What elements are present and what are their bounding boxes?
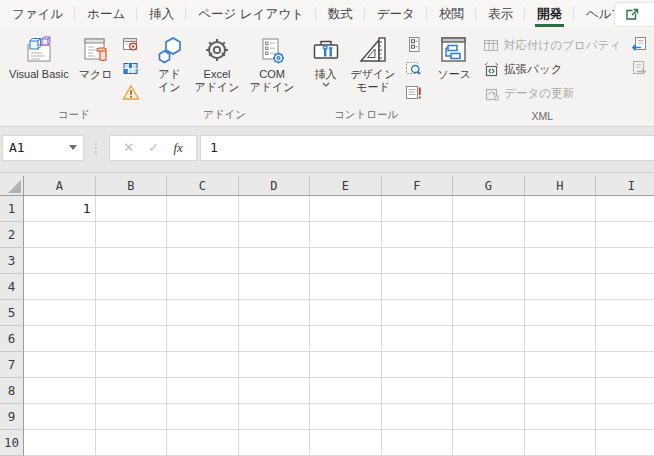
- column-header-B[interactable]: B: [96, 176, 168, 195]
- cell-F5[interactable]: [382, 300, 454, 326]
- cell-D5[interactable]: [239, 300, 311, 326]
- cell-A3[interactable]: [24, 248, 96, 274]
- cell-B6[interactable]: [96, 326, 168, 352]
- cell-C8[interactable]: [167, 378, 239, 404]
- macros-button[interactable]: マクロ: [74, 31, 118, 83]
- insert-controls-button[interactable]: 挿入: [306, 31, 346, 89]
- use-relative-references-button[interactable]: [121, 58, 141, 78]
- cell-B10[interactable]: [96, 430, 168, 456]
- cell-D6[interactable]: [239, 326, 311, 352]
- row-header-9[interactable]: 9: [0, 404, 24, 430]
- cell-H5[interactable]: [525, 300, 597, 326]
- cell-F8[interactable]: [382, 378, 454, 404]
- cell-I10[interactable]: [596, 430, 654, 456]
- cell-D2[interactable]: [239, 222, 311, 248]
- cell-E9[interactable]: [310, 404, 382, 430]
- cell-E1[interactable]: [310, 196, 382, 222]
- cell-H10[interactable]: [525, 430, 597, 456]
- column-header-F[interactable]: F: [382, 176, 454, 195]
- cell-C9[interactable]: [167, 404, 239, 430]
- cell-C5[interactable]: [167, 300, 239, 326]
- cell-E3[interactable]: [310, 248, 382, 274]
- cell-H2[interactable]: [525, 222, 597, 248]
- cell-F9[interactable]: [382, 404, 454, 430]
- row-header-6[interactable]: 6: [0, 326, 24, 352]
- design-mode-button[interactable]: デザイン モード: [346, 31, 401, 96]
- cell-C7[interactable]: [167, 352, 239, 378]
- column-header-H[interactable]: H: [525, 176, 597, 195]
- tab-data[interactable]: データ: [365, 0, 427, 28]
- cell-B1[interactable]: [96, 196, 168, 222]
- column-header-D[interactable]: D: [239, 176, 311, 195]
- tab-review[interactable]: 校閲: [427, 0, 476, 28]
- com-addins-button[interactable]: COM アドイン: [245, 31, 300, 96]
- cell-E2[interactable]: [310, 222, 382, 248]
- view-code-button[interactable]: [404, 58, 424, 78]
- cell-I6[interactable]: [596, 326, 654, 352]
- cell-E8[interactable]: [310, 378, 382, 404]
- column-header-C[interactable]: C: [167, 176, 239, 195]
- cell-G10[interactable]: [453, 430, 525, 456]
- row-header-3[interactable]: 3: [0, 248, 24, 274]
- cell-B9[interactable]: [96, 404, 168, 430]
- cell-H3[interactable]: [525, 248, 597, 274]
- xml-export-button[interactable]: [629, 58, 649, 78]
- cell-B4[interactable]: [96, 274, 168, 300]
- cell-E4[interactable]: [310, 274, 382, 300]
- cell-B3[interactable]: [96, 248, 168, 274]
- refresh-data-button[interactable]: データの更新: [480, 83, 624, 104]
- row-header-2[interactable]: 2: [0, 222, 24, 248]
- row-header-1[interactable]: 1: [0, 196, 24, 222]
- tab-page-layout[interactable]: ページ レイアウト: [186, 0, 316, 28]
- expansion-packs-button[interactable]: 拡張パック: [480, 59, 624, 80]
- name-box[interactable]: A1: [2, 135, 84, 161]
- cell-I7[interactable]: [596, 352, 654, 378]
- cell-D3[interactable]: [239, 248, 311, 274]
- cell-A8[interactable]: [24, 378, 96, 404]
- cell-G5[interactable]: [453, 300, 525, 326]
- cell-A6[interactable]: [24, 326, 96, 352]
- cell-E10[interactable]: [310, 430, 382, 456]
- cancel-icon[interactable]: ✕: [123, 140, 134, 155]
- cell-A5[interactable]: [24, 300, 96, 326]
- share-button[interactable]: [614, 2, 654, 27]
- cell-F3[interactable]: [382, 248, 454, 274]
- column-header-G[interactable]: G: [453, 176, 525, 195]
- tab-file[interactable]: ファイル: [0, 0, 75, 28]
- column-header-E[interactable]: E: [310, 176, 382, 195]
- tab-formulas[interactable]: 数式: [316, 0, 365, 28]
- enter-icon[interactable]: ✓: [148, 140, 159, 155]
- cell-B7[interactable]: [96, 352, 168, 378]
- map-properties-button[interactable]: 対応付けのプロパティ: [480, 35, 624, 56]
- row-header-5[interactable]: 5: [0, 300, 24, 326]
- cell-H1[interactable]: [525, 196, 597, 222]
- tab-insert[interactable]: 挿入: [137, 0, 186, 28]
- cell-D1[interactable]: [239, 196, 311, 222]
- excel-addins-button[interactable]: Excel アドイン: [190, 31, 245, 96]
- select-all-corner[interactable]: [0, 176, 24, 195]
- cell-D7[interactable]: [239, 352, 311, 378]
- cell-H8[interactable]: [525, 378, 597, 404]
- cell-A4[interactable]: [24, 274, 96, 300]
- cell-I3[interactable]: [596, 248, 654, 274]
- cell-C4[interactable]: [167, 274, 239, 300]
- cell-D8[interactable]: [239, 378, 311, 404]
- cell-C3[interactable]: [167, 248, 239, 274]
- xml-import-button[interactable]: [629, 34, 649, 54]
- cell-G6[interactable]: [453, 326, 525, 352]
- cell-F10[interactable]: [382, 430, 454, 456]
- row-header-10[interactable]: 10: [0, 430, 24, 456]
- cell-H6[interactable]: [525, 326, 597, 352]
- cell-D4[interactable]: [239, 274, 311, 300]
- cell-H9[interactable]: [525, 404, 597, 430]
- tab-home[interactable]: ホーム: [75, 0, 137, 28]
- cell-G7[interactable]: [453, 352, 525, 378]
- formula-input[interactable]: 1: [200, 135, 654, 161]
- cell-D9[interactable]: [239, 404, 311, 430]
- cell-C1[interactable]: [167, 196, 239, 222]
- record-macro-button[interactable]: [121, 34, 141, 54]
- cell-F6[interactable]: [382, 326, 454, 352]
- cell-B5[interactable]: [96, 300, 168, 326]
- row-header-7[interactable]: 7: [0, 352, 24, 378]
- cell-E7[interactable]: [310, 352, 382, 378]
